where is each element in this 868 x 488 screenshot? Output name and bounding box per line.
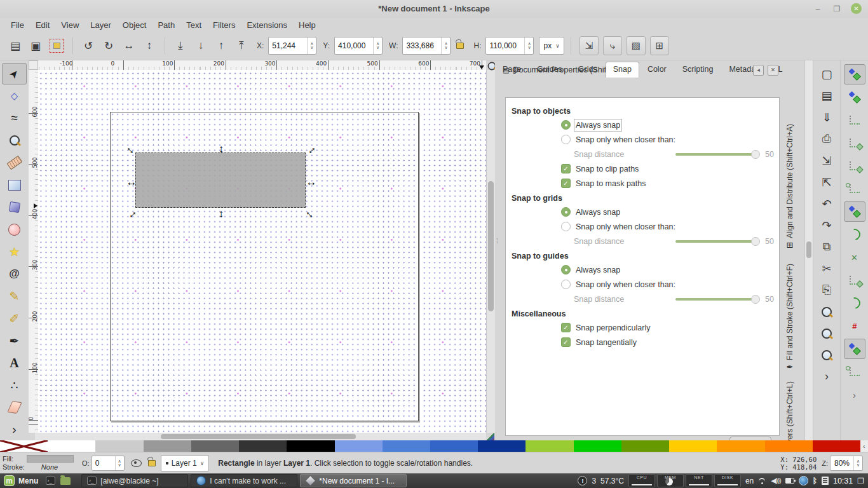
keyboard-layout[interactable]: en — [745, 477, 754, 485]
bluetooth-icon[interactable]: ᛒ — [813, 477, 817, 485]
lower-icon[interactable]: ↓ — [192, 37, 210, 55]
palette-swatch-cc1100[interactable] — [813, 440, 860, 452]
close-icon[interactable]: ✕ — [851, 3, 862, 14]
vertical-ruler[interactable]: 7006005004003002001000 — [29, 70, 39, 433]
checkbox-checked[interactable]: ✓ — [561, 323, 571, 332]
palette-swatch-7c9ce8[interactable] — [335, 440, 383, 452]
radio-on[interactable] — [561, 265, 571, 274]
snap-bbox-edge[interactable] — [844, 110, 865, 130]
workspace-switcher-icon[interactable]: ❐ — [857, 477, 864, 485]
graph-mem[interactable]: MEM — [657, 474, 684, 487]
palette-swatch-999999[interactable] — [144, 440, 191, 452]
shield-icon[interactable] — [799, 476, 808, 485]
width-input[interactable]: 333,686∧∨ — [402, 37, 451, 55]
open-document-icon[interactable]: ▤ — [817, 86, 837, 105]
clock[interactable]: 10:31 — [833, 477, 853, 485]
y-input[interactable]: 410,000∧∨ — [334, 37, 383, 55]
menu-layer[interactable]: Layer — [85, 19, 117, 31]
box3d-tool[interactable] — [2, 196, 27, 218]
tweak-tool[interactable]: ≈ — [2, 107, 27, 129]
rectangle-tool[interactable] — [2, 174, 27, 196]
redo-icon[interactable]: ↷ — [817, 215, 837, 235]
checkbox-checked[interactable]: ✓ — [561, 164, 571, 173]
eraser-tool[interactable] — [2, 396, 27, 418]
cut-icon[interactable]: ✂ — [817, 259, 837, 278]
opacity-input[interactable]: 0∧∨ — [92, 456, 125, 471]
dialog-tab-align-distribute[interactable]: Align and Distribute (Shift+Ctrl+A)⊞ — [785, 124, 794, 250]
menu-extensions[interactable]: Extensions — [241, 19, 293, 31]
flip-horizontal-icon[interactable]: ↔ — [120, 37, 138, 55]
node-tool[interactable]: ◇ — [2, 85, 27, 107]
snap-others[interactable] — [844, 339, 865, 359]
spiral-tool[interactable]: @ — [2, 263, 27, 285]
toolbox-expander[interactable]: › — [2, 419, 27, 440]
snap-bbox-corner[interactable] — [844, 133, 865, 153]
palette-swatch-cccccc[interactable] — [95, 440, 143, 452]
dock-title-bar[interactable]: ▤ Document Properties (Shift+Ctrl+D) ◂ ✕ — [503, 64, 778, 76]
radio-off[interactable] — [561, 280, 571, 289]
radio-on[interactable] — [561, 207, 571, 217]
files-launcher[interactable] — [60, 476, 71, 486]
horizontal-scrollbar[interactable] — [35, 433, 486, 440]
wifi-icon[interactable] — [758, 478, 766, 484]
checkbox-checked[interactable]: ✓ — [561, 179, 571, 188]
snap-node-smooth[interactable] — [844, 293, 865, 313]
x-input[interactable]: 51,244∧∨ — [268, 37, 316, 55]
ellipse-tool[interactable] — [2, 219, 27, 240]
snap-nodes[interactable] — [844, 201, 865, 222]
affect-patterns-toggle[interactable]: ⊞ — [650, 36, 669, 55]
snap-line-midpoint[interactable]: # — [844, 316, 865, 336]
clipboard-icon[interactable] — [822, 477, 829, 485]
slider-thumb[interactable] — [751, 150, 760, 159]
palette-swatch-669900[interactable] — [621, 440, 669, 452]
menu-view[interactable]: View — [55, 19, 85, 31]
zoom-selection-icon[interactable] — [817, 302, 837, 322]
dialog-tab-fill-stroke[interactable]: Fill and Stroke (Shift+Ctrl+F)✒ — [785, 264, 794, 372]
copy-icon[interactable]: ⧉ — [817, 237, 837, 257]
taskbar-window-inkscape[interactable]: *New document 1 - I... — [300, 474, 407, 487]
rotate-ccw-icon[interactable]: ↺ — [79, 37, 97, 55]
rotate-cw-icon[interactable]: ↻ — [100, 37, 118, 55]
snap-path-intersection[interactable]: ✕ — [844, 247, 865, 268]
menu-file[interactable]: File — [5, 19, 30, 31]
commands-expander-icon[interactable]: › — [817, 367, 837, 386]
export-document-icon[interactable]: ⇱ — [817, 172, 837, 192]
lower-to-bottom-icon[interactable]: ⤓ — [172, 37, 189, 55]
tab-snap[interactable]: Snap — [606, 62, 639, 78]
affect-stroke-toggle[interactable]: ⇲ — [580, 36, 599, 55]
vertical-scrollbar[interactable] — [486, 70, 496, 433]
palette-swatch-333333[interactable] — [239, 440, 287, 452]
affect-corners-toggle[interactable]: ⤷ — [603, 36, 622, 55]
dock-resize-grip[interactable]: ⁞ — [496, 240, 498, 243]
palette-swatch-99cc33[interactable] — [526, 440, 573, 452]
menu-text[interactable]: Text — [180, 19, 207, 31]
spray-tool[interactable]: ∴ — [2, 374, 27, 396]
stroke-value[interactable]: None — [27, 463, 72, 471]
graph-cpu[interactable]: CPU — [628, 474, 655, 487]
palette-scroll-left-icon[interactable]: ‹ — [860, 440, 868, 452]
volume-icon[interactable]: ◀))) — [771, 477, 780, 485]
snap-bbox-center[interactable] — [844, 179, 865, 199]
selector-tool[interactable]: ➤ — [2, 63, 27, 85]
calligraphy-tool[interactable]: ✒ — [2, 330, 27, 351]
undo-icon[interactable]: ↶ — [817, 194, 837, 214]
checkbox-checked[interactable]: ✓ — [561, 337, 571, 347]
palette-swatch-3365c9[interactable] — [430, 440, 478, 452]
raise-icon[interactable]: ↑ — [212, 37, 230, 55]
zoom-drawing-icon[interactable] — [817, 323, 837, 343]
menu-edit[interactable]: Edit — [30, 19, 55, 31]
graph-net[interactable]: NET — [686, 474, 712, 487]
mint-menu-button[interactable]: m Menu — [0, 473, 44, 488]
snap-distance-slider[interactable] — [675, 150, 756, 159]
deselect-icon[interactable] — [50, 39, 64, 53]
radio-on[interactable] — [561, 120, 571, 130]
menu-path[interactable]: Path — [152, 19, 180, 31]
snap-object-center[interactable] — [844, 362, 865, 382]
zoom-input[interactable]: 80%∧∨ — [830, 456, 863, 471]
selection-handle-e[interactable]: ↔ — [306, 177, 317, 187]
pencil-tool[interactable]: ✎ — [2, 285, 27, 307]
radio-off[interactable] — [561, 135, 571, 144]
alert-icon[interactable]: ! — [578, 476, 587, 485]
fill-stroke-indicator[interactable]: Fill: Stroke:None — [3, 455, 76, 471]
palette-swatch-4d7fd6[interactable] — [383, 440, 430, 452]
